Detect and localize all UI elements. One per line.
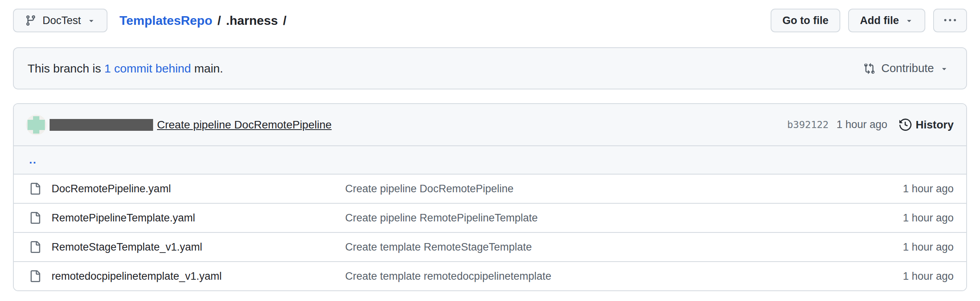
file-icon	[29, 270, 41, 282]
file-name-link[interactable]: RemotePipelineTemplate.yaml	[52, 212, 195, 224]
contribute-dropdown[interactable]: Contribute	[864, 62, 949, 75]
commit-message-cell: Create pipeline DocRemotePipeline	[345, 183, 903, 195]
file-name-cell: RemoteStageTemplate_v1.yaml	[29, 241, 345, 253]
row-commit-message-link[interactable]: Create pipeline RemotePipelineTemplate	[345, 212, 538, 224]
status-text-after: main.	[191, 62, 223, 75]
row-timestamp: 1 hour ago	[903, 212, 954, 224]
table-row[interactable]: RemoteStageTemplate_v1.yaml Create templ…	[14, 232, 966, 261]
parent-directory-link[interactable]: ..	[29, 154, 37, 166]
status-text-before: This branch is	[28, 62, 104, 75]
table-row[interactable]: remotedocpipelinetemplate_v1.yaml Create…	[14, 261, 966, 290]
commit-timestamp: 1 hour ago	[836, 119, 887, 131]
history-label: History	[916, 119, 954, 131]
breadcrumb: TemplatesRepo / .harness /	[120, 13, 287, 28]
add-file-label: Add file	[860, 15, 899, 27]
branch-status-banner: This branch is 1 commit behind main. Con…	[13, 47, 967, 89]
breadcrumb-separator: /	[217, 13, 221, 28]
commit-message-cell: Create pipeline RemotePipelineTemplate	[345, 212, 903, 224]
contribute-label: Contribute	[881, 62, 934, 75]
row-commit-message-link[interactable]: Create template remotedocpipelinetemplat…	[345, 270, 551, 282]
commit-hash-link[interactable]: b392122	[787, 119, 828, 130]
row-timestamp: 1 hour ago	[903, 183, 954, 195]
branch-selector-button[interactable]: DocTest	[13, 9, 107, 32]
branch-name-label: DocTest	[43, 15, 81, 27]
row-commit-message-link[interactable]: Create pipeline DocRemotePipeline	[345, 183, 514, 195]
breadcrumb-separator: /	[283, 13, 287, 28]
file-icon	[29, 212, 41, 224]
file-browser-table: Create pipeline DocRemotePipeline b39212…	[13, 103, 967, 291]
toolbar-actions: Go to file Add file	[771, 9, 967, 32]
git-compare-icon	[864, 63, 875, 74]
row-timestamp: 1 hour ago	[903, 241, 954, 253]
history-clock-icon	[899, 119, 912, 131]
commit-message-cell: Create template RemoteStageTemplate	[345, 241, 903, 253]
add-file-button[interactable]: Add file	[848, 9, 925, 32]
table-row[interactable]: RemotePipelineTemplate.yaml Create pipel…	[14, 203, 966, 232]
latest-commit-header: Create pipeline DocRemotePipeline b39212…	[14, 104, 966, 145]
redacted-username	[50, 119, 153, 131]
row-timestamp: 1 hour ago	[903, 270, 954, 282]
go-to-file-button[interactable]: Go to file	[771, 9, 840, 32]
avatar[interactable]	[26, 115, 46, 135]
file-name-cell: RemotePipelineTemplate.yaml	[29, 212, 345, 224]
more-options-button[interactable]	[933, 9, 967, 32]
latest-commit-message-link[interactable]: Create pipeline DocRemotePipeline	[157, 119, 332, 131]
git-branch-icon	[25, 15, 37, 26]
commit-meta: b392122 1 hour ago History	[787, 119, 954, 131]
file-icon	[29, 241, 41, 253]
file-name-cell: remotedocpipelinetemplate_v1.yaml	[29, 270, 345, 282]
file-name-cell: DocRemotePipeline.yaml	[29, 183, 345, 195]
repo-toolbar: DocTest TemplatesRepo / .harness / Go to…	[13, 9, 967, 32]
parent-directory-row[interactable]: ..	[14, 145, 966, 174]
kebab-horizontal-icon	[944, 15, 956, 26]
table-row[interactable]: DocRemotePipeline.yaml Create pipeline D…	[14, 174, 966, 203]
branch-status-text: This branch is 1 commit behind main.	[28, 62, 223, 75]
chevron-down-icon	[87, 16, 96, 25]
row-commit-message-link[interactable]: Create template RemoteStageTemplate	[345, 241, 532, 253]
chevron-down-icon	[940, 64, 949, 73]
history-link[interactable]: History	[899, 119, 954, 131]
commit-message-cell: Create template remotedocpipelinetemplat…	[345, 270, 903, 282]
chevron-down-icon	[905, 16, 913, 25]
breadcrumb-current-path: .harness	[226, 13, 278, 28]
commits-behind-link[interactable]: 1 commit behind	[104, 62, 191, 75]
file-name-link[interactable]: RemoteStageTemplate_v1.yaml	[52, 241, 202, 253]
file-name-link[interactable]: remotedocpipelinetemplate_v1.yaml	[52, 270, 222, 282]
file-name-link[interactable]: DocRemotePipeline.yaml	[52, 183, 171, 195]
file-icon	[29, 183, 41, 195]
breadcrumb-repo-link[interactable]: TemplatesRepo	[120, 13, 213, 28]
